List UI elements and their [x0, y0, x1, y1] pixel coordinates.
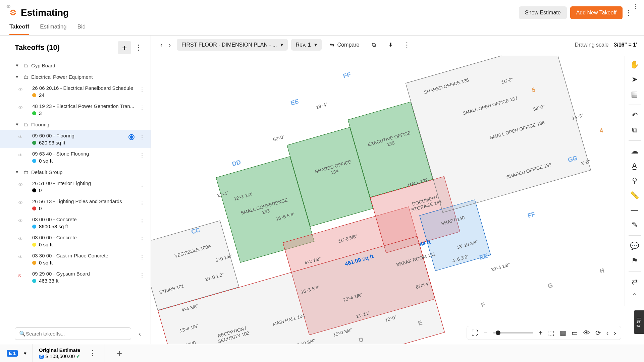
group-row[interactable]: 👁 ▾ 🗀 Electrical Power Equipment ⋮ [0, 71, 151, 82]
visibility-icon[interactable]: 👁 [18, 200, 23, 206]
visibility-icon[interactable]: 👁 [18, 218, 23, 225]
row-kebab-icon[interactable]: ⋮ [140, 217, 145, 224]
chevron-down-icon[interactable]: ▾ [13, 169, 21, 175]
takeoff-item[interactable]: 👁 26 51 00 - Interior Lighting 0 ⋮ [0, 178, 151, 196]
takeoff-item[interactable]: 👁 03 30 00 - Cast-in-Place Concrete 0 sq… [0, 250, 151, 268]
zoom-slider[interactable] [493, 332, 533, 334]
chevron-down-icon[interactable]: ▾ [24, 350, 26, 356]
sheet-name: FIRST FLOOR - DIMENSION PLAN - ... [181, 42, 277, 48]
takeoff-item[interactable]: ⦸ 09 29 00 - Gypsum Board 463.33 ft ⋮ [0, 268, 151, 286]
chevron-right-icon[interactable]: ▾ [13, 62, 21, 68]
chevron-down-icon[interactable]: ▾ [13, 121, 21, 127]
visibility-icon[interactable]: 👁 [18, 236, 23, 243]
text-tool-icon[interactable]: A̲ [632, 162, 637, 170]
help-tab[interactable]: Help [634, 310, 644, 334]
takeoff-item[interactable]: 👁 03 00 00 - Concrete 0 sq ft ⋮ [0, 232, 151, 250]
add-takeoff-plus-button[interactable]: ＋ [118, 41, 131, 54]
prev-sheet-button[interactable]: ‹ [160, 41, 163, 49]
canvas-toolbar: ‹ › FIRST FLOOR - DIMENSION PLAN - ...▾ … [151, 36, 644, 54]
visibility-icon[interactable]: 👁 [18, 86, 23, 93]
add-takeoff-button[interactable]: Add New Takeoff [570, 6, 623, 19]
zoom-out-button[interactable]: − [484, 329, 488, 337]
flag-icon[interactable]: ⚑ [631, 256, 638, 265]
takeoff-item[interactable]: 👁 26 56 13 - Lighting Poles and Standard… [0, 196, 151, 214]
refresh-icon[interactable]: ⟳ [595, 329, 601, 337]
group-row[interactable]: 👁 ▾ 🗀 Gyp Board ⋮ [0, 60, 151, 71]
takeoff-item[interactable]: 👁 48 19 23 - Electrical Power Generation… [0, 101, 151, 119]
row-kebab-icon[interactable]: ⋮ [140, 235, 145, 242]
fit-page-icon[interactable]: ▭ [572, 329, 578, 337]
tab-bid[interactable]: Bid [77, 23, 86, 35]
folder-icon: 🗀 [23, 122, 29, 127]
pencil-tool-icon[interactable]: ✎ [632, 221, 638, 229]
row-kebab-icon[interactable]: ⋮ [140, 181, 145, 188]
visibility-icon[interactable]: 👁 [18, 134, 23, 141]
takeoff-item[interactable]: 👁 26 06 20.16 - Electrical Panelboard Sc… [0, 82, 151, 101]
estimate-chip[interactable]: E 1 [7, 350, 18, 357]
swap-icon[interactable]: ⇄ [632, 278, 638, 286]
pointer-tool-icon[interactable]: ➤ [632, 75, 638, 84]
stamp-tool-icon[interactable]: ⚲ [632, 176, 637, 185]
visibility-off-icon[interactable]: ⦸ [18, 272, 21, 279]
folder-icon: 🗀 [23, 74, 29, 80]
sidebar-kebab-icon[interactable]: ⋮ [132, 43, 145, 52]
prev-page-icon[interactable]: ‹ [606, 329, 609, 337]
show-estimate-button[interactable]: Show Estimate [519, 6, 567, 19]
axis-label: FF [527, 210, 536, 219]
estimate-tab[interactable]: Original Estimate E $ 103,500.00 ✔ [39, 347, 80, 359]
row-kebab-icon[interactable]: ⋮ [140, 199, 145, 206]
comment-icon[interactable]: 💬 [630, 242, 639, 250]
group-row[interactable]: 👁 ▾ 🗀 Flooring ⋮ [0, 119, 151, 130]
visibility-icon[interactable]: 👁 [18, 254, 23, 261]
undo-icon[interactable]: ↶ [632, 111, 638, 120]
visibility-icon[interactable]: 👁 [18, 152, 23, 159]
copy-icon[interactable]: ⧉ [632, 126, 637, 134]
revision-selector[interactable]: Rev. 1▾ [291, 39, 322, 51]
add-estimate-button[interactable]: ＋ [111, 347, 128, 359]
line-tool-icon[interactable]: — [631, 206, 638, 215]
collapse-up-icon[interactable]: ˄ [633, 292, 636, 301]
next-sheet-button[interactable]: › [169, 41, 171, 49]
tab-estimating[interactable]: Estimating [40, 23, 66, 35]
item-name: 26 51 00 - Interior Lighting [32, 180, 147, 187]
footer-kebab-icon[interactable]: ⋮ [87, 349, 99, 358]
sheet-selector[interactable]: FIRST FLOOR - DIMENSION PLAN - ...▾ [177, 39, 287, 51]
next-page-icon[interactable]: › [614, 329, 616, 337]
chevron-down-icon[interactable]: ▾ [13, 74, 21, 80]
cloud-icon[interactable]: ☁ [631, 147, 638, 156]
pan-tool-icon[interactable]: ✋ [630, 60, 639, 69]
takeoff-item[interactable]: 👁 09 63 40 - Stone Flooring 0 sq ft ⋮ [0, 148, 151, 166]
visibility-icon[interactable]: 👁 [18, 182, 23, 188]
row-kebab-icon[interactable]: ⋮ [140, 104, 145, 111]
row-kebab-icon[interactable]: ⋮ [140, 152, 145, 159]
download-button[interactable]: ⬇ [384, 39, 397, 51]
row-kebab-icon[interactable]: ⋮ [140, 133, 145, 140]
search-input-wrapper[interactable]: 🔍 [15, 327, 131, 340]
group-row[interactable]: 👁 ▾ 🗀 Default Group ⋮ [0, 166, 151, 178]
eye-icon[interactable]: 👁 [583, 329, 590, 337]
takeoff-item[interactable]: 👁 03 00 00 - Concrete 8600.53 sq ft ⋮ [0, 214, 151, 232]
check-icon: ✔ [76, 353, 80, 359]
canvas-kebab-icon[interactable]: ⋮ [401, 41, 413, 49]
item-name: 09 63 40 - Stone Flooring [32, 150, 147, 157]
open-external-button[interactable]: ⧉ [367, 39, 380, 51]
fit-width-icon[interactable]: ⬚ [548, 329, 554, 337]
row-kebab-icon[interactable]: ⋮ [140, 86, 145, 93]
row-kebab-icon[interactable]: ⋮ [140, 253, 145, 260]
collapse-sidebar-button[interactable]: ‹ [135, 330, 145, 338]
fullscreen-icon[interactable]: ⛶ [472, 329, 478, 337]
search-input[interactable] [26, 331, 127, 337]
header-kebab-icon[interactable]: ⋮ [623, 8, 635, 17]
tab-takeoff[interactable]: Takeoff [9, 23, 29, 35]
dimension: 13'-4" [315, 102, 328, 110]
grid-icon[interactable]: ▦ [560, 329, 566, 337]
selected-radio-icon[interactable] [128, 134, 135, 140]
ruler-tool-icon[interactable]: 📏 [630, 191, 639, 200]
drawing-canvas[interactable]: SHARED OFFICE 134 EXECUTIVE OFFICE 135 S… [151, 56, 644, 344]
takeoff-item[interactable]: 👁 09 60 00 - Flooring 620.93 sq ft ⋮ [0, 130, 151, 148]
visibility-icon[interactable]: 👁 [18, 105, 23, 111]
zoom-in-button[interactable]: + [539, 329, 543, 337]
marquee-tool-icon[interactable]: ▦ [631, 90, 638, 99]
compare-button[interactable]: ⇆Compare [325, 39, 364, 51]
row-kebab-icon[interactable]: ⋮ [140, 272, 145, 279]
